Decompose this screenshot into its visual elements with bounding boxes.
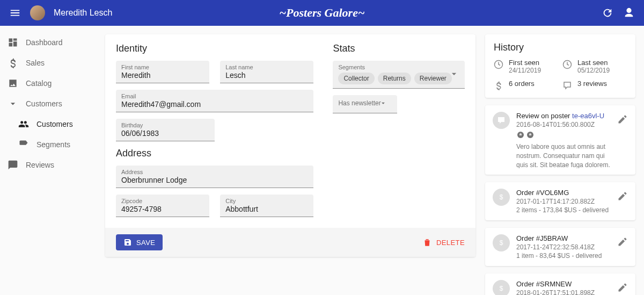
- sidebar-item-segments[interactable]: Segments: [0, 134, 97, 155]
- email-field[interactable]: Email Meredith47@gmail.com: [116, 90, 313, 112]
- clock-icon: [562, 60, 572, 69]
- poster-link[interactable]: te-ea6vl-U: [572, 112, 604, 120]
- history-event-review: Review on poster te-ea6vl-U 2016-08-14T0…: [485, 105, 635, 175]
- sidebar-item-sales[interactable]: Sales: [0, 53, 97, 73]
- refresh-icon[interactable]: [601, 6, 614, 19]
- birthday-field[interactable]: Birthday 06/06/1983: [116, 119, 215, 141]
- field-label: Zipcode: [121, 198, 204, 204]
- delete-button[interactable]: DELETE: [422, 238, 465, 247]
- address-title: Address: [116, 148, 313, 159]
- field-label: Segments: [338, 64, 459, 70]
- field-label: Birthday: [121, 122, 209, 128]
- event-title: Order #VOL6MG: [516, 189, 611, 197]
- save-icon: [123, 238, 132, 247]
- hist-label: First seen: [509, 59, 541, 67]
- history-event-order: $ Order #VOL6MG 2017-01-17T14:17:20.882Z…: [485, 182, 635, 220]
- event-title: Order #SRMNEW: [516, 280, 611, 288]
- customer-form-card: Identity First name Meredith Last name L…: [105, 34, 475, 257]
- aside: History First seen 24/11/2019 Last seen: [485, 34, 635, 295]
- event-meta: 1 item - 83,64 $US - delivered: [516, 252, 611, 260]
- button-label: SAVE: [136, 239, 155, 247]
- event-title: Order #J5BRAW: [516, 234, 611, 242]
- history-event-order: $ Order #SRMNEW 2018-01-26T17:51:01.898Z…: [485, 274, 635, 295]
- sidebar-item-label: Reviews: [26, 161, 54, 169]
- reviews-count[interactable]: 3 reviews: [562, 80, 627, 90]
- orders-count[interactable]: 6 orders: [494, 80, 558, 90]
- hist-label: 6 orders: [509, 80, 535, 88]
- edit-icon[interactable]: [617, 282, 628, 293]
- sidebar-item-label: Customers: [36, 120, 73, 128]
- chat-icon: [562, 81, 572, 90]
- chevron-down-icon: [8, 98, 18, 109]
- sidebar-nav: Dashboard Sales Catalog Customers Custom…: [0, 26, 97, 295]
- event-time: 2016-08-14T01:56:00.800Z: [516, 121, 611, 128]
- order-avatar-icon: $: [493, 280, 510, 295]
- segment-chip[interactable]: Returns: [378, 73, 411, 84]
- hist-label: 3 reviews: [577, 80, 607, 88]
- history-title: History: [494, 42, 627, 53]
- segments-field[interactable]: Segments Collector Returns Reviewer: [333, 61, 465, 89]
- first-name-field[interactable]: First name Meredith: [116, 61, 209, 83]
- field-label: Email: [121, 93, 308, 99]
- dollar-icon: [8, 57, 18, 68]
- sidebar-item-customers-list[interactable]: Customers: [0, 114, 97, 134]
- star-rating: [516, 131, 611, 139]
- svg-text:$: $: [500, 239, 503, 247]
- edit-icon[interactable]: [617, 236, 628, 247]
- history-summary-card: History First seen 24/11/2019 Last seen: [485, 34, 635, 98]
- field-label: City: [225, 198, 308, 204]
- segment-chip[interactable]: Collector: [338, 73, 374, 84]
- save-button[interactable]: SAVE: [116, 234, 163, 250]
- people-icon: [18, 119, 29, 129]
- field-label: First name: [121, 64, 204, 70]
- sidebar-item-label: Catalog: [26, 79, 52, 88]
- city-field[interactable]: City Abbottfurt: [220, 195, 313, 217]
- edit-icon[interactable]: [617, 114, 628, 125]
- segment-chip[interactable]: Reviewer: [414, 73, 452, 84]
- stats-title: Stats: [333, 43, 465, 54]
- event-title: Review on poster te-ea6vl-U: [516, 112, 611, 120]
- username: Meredith Lesch: [54, 8, 112, 18]
- field-label: Last name: [225, 64, 308, 70]
- account-icon[interactable]: [623, 6, 635, 19]
- history-event-order: $ Order #J5BRAW 2017-11-24T22:32:58.418Z…: [485, 228, 635, 266]
- identity-title: Identity: [116, 43, 313, 54]
- event-time: 2018-01-26T17:51:01.898Z: [516, 289, 611, 295]
- sidebar-item-label: Segments: [36, 140, 70, 149]
- dropdown-arrow-icon: [449, 68, 459, 81]
- edit-icon[interactable]: [617, 191, 628, 202]
- address-field[interactable]: Address Oberbrunner Lodge: [116, 166, 313, 188]
- field-label: Has newsletter: [338, 99, 380, 107]
- sidebar-item-label: Sales: [26, 59, 45, 67]
- sidebar-item-reviews[interactable]: Reviews: [0, 155, 97, 175]
- event-meta: 2 items - 173,84 $US - delivered: [516, 206, 611, 214]
- event-time: 2017-01-17T14:17:20.882Z: [516, 198, 611, 205]
- clock-icon: [494, 60, 503, 69]
- zipcode-field[interactable]: Zipcode 49257-4798: [116, 195, 209, 217]
- first-seen: First seen 24/11/2019: [494, 59, 558, 74]
- field-value: Abbottfurt: [225, 204, 308, 213]
- sidebar-item-label: Dashboard: [26, 38, 63, 47]
- dollar-icon: [494, 81, 503, 90]
- hist-value: 05/12/2019: [577, 67, 610, 74]
- order-avatar-icon: $: [493, 234, 510, 251]
- sidebar-item-dashboard[interactable]: Dashboard: [0, 32, 97, 53]
- hamburger-menu-icon[interactable]: [9, 6, 21, 19]
- svg-text:$: $: [500, 193, 503, 201]
- app-bar: Meredith Lesch ~Posters Galore~: [0, 0, 644, 26]
- sidebar-item-catalog[interactable]: Catalog: [0, 73, 97, 93]
- review-avatar-icon: [493, 112, 510, 129]
- star-icon: [526, 131, 535, 139]
- field-value: Meredith47@gmail.com: [121, 99, 308, 109]
- star-icon: [516, 131, 525, 139]
- sidebar-item-label: Customers: [26, 99, 62, 108]
- event-text: Vero labore quos aut omnis aut nostrum. …: [516, 142, 611, 168]
- last-name-field[interactable]: Last name Lesch: [220, 61, 313, 83]
- hist-value: 24/11/2019: [509, 67, 541, 74]
- avatar[interactable]: [30, 5, 45, 20]
- button-label: DELETE: [436, 239, 465, 247]
- sidebar-item-customers[interactable]: Customers: [0, 93, 97, 114]
- newsletter-field[interactable]: Has newsletter: [333, 95, 397, 113]
- image-icon: [8, 78, 18, 89]
- svg-text:$: $: [500, 285, 503, 292]
